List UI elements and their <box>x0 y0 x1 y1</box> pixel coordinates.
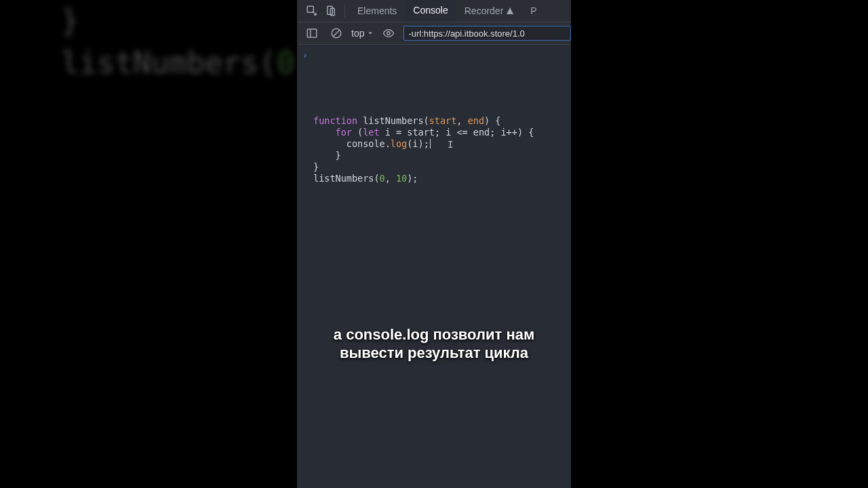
sidebar-toggle-icon[interactable] <box>302 24 321 43</box>
prompt-chevron-icon: › <box>302 50 308 60</box>
console-filter-input[interactable] <box>403 26 571 41</box>
svg-rect-3 <box>307 29 317 37</box>
kw-for: for <box>336 127 352 138</box>
svg-line-6 <box>334 30 340 37</box>
tab-recorder[interactable]: Recorder <box>456 0 523 22</box>
console-body[interactable]: › function listNumbers(start, end) { for… <box>297 45 571 488</box>
tab-recorder-label: Recorder <box>465 5 504 16</box>
clear-console-icon[interactable] <box>327 24 346 43</box>
device-toggle-icon[interactable] <box>321 1 340 20</box>
code-snippet: function listNumbers(start, end) { for (… <box>313 115 534 184</box>
param-start: start <box>429 115 457 126</box>
console-filter-bar: top <box>297 22 571 45</box>
fn-name: listNumbers <box>363 115 423 126</box>
kw-let: let <box>363 127 379 138</box>
console-obj: console <box>347 138 385 149</box>
bg-brace: } <box>61 3 79 38</box>
tab-clipped[interactable]: P <box>522 0 539 22</box>
devtools-tabbar: Elements Console Recorder P <box>297 0 571 22</box>
tab-console[interactable]: Console <box>405 0 456 22</box>
tab-elements[interactable]: Elements <box>349 0 405 22</box>
context-label: top <box>351 28 364 39</box>
chevron-down-icon <box>367 30 374 37</box>
log-method: log <box>391 138 407 149</box>
bg-num: 0 <box>277 45 295 80</box>
param-end: end <box>468 115 484 126</box>
divider <box>344 4 345 18</box>
kw-function: function <box>313 115 357 126</box>
var-i: i <box>385 127 391 138</box>
live-expression-icon[interactable] <box>379 24 398 43</box>
devtools-panel: Elements Console Recorder P top <box>297 0 571 488</box>
arg-0: 0 <box>380 173 385 184</box>
inspect-element-icon[interactable] <box>302 1 321 20</box>
svg-point-7 <box>387 32 391 35</box>
recorder-badge-icon <box>506 7 514 15</box>
bg-fn-name: listNumbers( <box>61 45 277 80</box>
context-selector[interactable]: top <box>351 28 374 39</box>
text-cursor <box>430 139 431 148</box>
arg-10: 10 <box>396 173 407 184</box>
